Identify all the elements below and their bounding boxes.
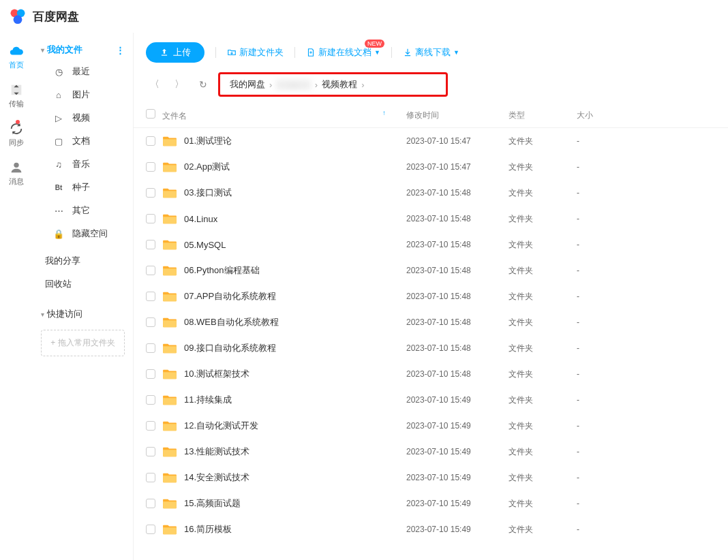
row-checkbox[interactable] [146, 162, 155, 172]
nav-forward-button[interactable]: 〉 [170, 76, 188, 93]
row-checkbox[interactable] [146, 369, 155, 379]
app-logo[interactable]: 百度网盘 [8, 7, 79, 26]
sidebar-item-videos[interactable]: ▷视频 [33, 106, 133, 129]
table-row[interactable]: 15.高频面试题2023-07-10 15:49文件夹- [134, 491, 728, 516]
sidebar-item-recent[interactable]: ◷最近 [33, 60, 133, 83]
new-online-doc-button[interactable]: 新建在线文档 ▼ NEW [306, 46, 380, 59]
nav-back-button[interactable]: 〈 [146, 76, 164, 93]
table-row[interactable]: 09.接口自动化系统教程2023-07-10 15:48文件夹- [134, 335, 728, 361]
headphones-icon: ♫ [53, 159, 64, 170]
row-checkbox[interactable] [146, 214, 155, 223]
table-row[interactable]: 12.自动化测试开发2023-07-10 15:49文件夹- [134, 413, 728, 439]
col-mtime[interactable]: 修改时间 [399, 104, 502, 128]
upload-button[interactable]: 上传 [146, 42, 204, 63]
select-all-checkbox[interactable] [146, 109, 155, 119]
row-checkbox[interactable] [146, 499, 155, 508]
row-checkbox[interactable] [146, 343, 155, 353]
file-mtime: 2023-07-10 15:48 [399, 361, 502, 387]
file-mtime: 2023-07-10 15:49 [399, 387, 502, 413]
table-row[interactable]: 01.测试理论2023-07-10 15:47文件夹- [134, 128, 728, 155]
sidebar-item-docs[interactable]: ▢文档 [33, 129, 133, 153]
more-icon[interactable]: ⋮ [116, 45, 125, 55]
row-checkbox[interactable] [146, 395, 155, 405]
table-row[interactable]: 05.MySQL2023-07-10 15:48文件夹- [134, 232, 728, 258]
new-folder-button[interactable]: 新建文件夹 [227, 46, 284, 59]
nav-refresh-button[interactable]: ↻ [195, 76, 211, 93]
folder-icon [162, 446, 177, 458]
table-row[interactable]: 04.Linux2023-07-10 15:48文件夹- [134, 206, 728, 232]
table-row[interactable]: 02.App测试2023-07-10 15:47文件夹- [134, 154, 728, 180]
nav-rail: 首页 传输 同步 消息 [0, 33, 33, 560]
file-type: 文件夹 [502, 206, 570, 232]
notification-dot [16, 120, 20, 124]
rail-transfer[interactable]: 传输 [9, 82, 24, 109]
table-row[interactable]: 11.持续集成2023-07-10 15:49文件夹- [134, 387, 728, 413]
sidebar-item-music[interactable]: ♫音乐 [33, 153, 133, 176]
image-icon: ⌂ [53, 90, 64, 100]
svg-point-2 [14, 15, 22, 24]
row-checkbox[interactable] [146, 292, 155, 301]
row-checkbox[interactable] [146, 473, 155, 482]
sidebar-quick-access[interactable]: ▾ 快捷访问 [33, 304, 133, 324]
table-row[interactable]: 03.接口测试2023-07-10 15:48文件夹- [134, 180, 728, 206]
folder-icon [162, 264, 177, 277]
col-name[interactable]: 文件名 ↑ [134, 104, 399, 128]
file-mtime: 2023-07-10 15:49 [399, 491, 502, 516]
row-checkbox[interactable] [146, 240, 155, 249]
file-name: 12.自动化测试开发 [184, 420, 258, 432]
sidebar-item-label: 文档 [72, 135, 90, 147]
folder-icon [162, 420, 177, 432]
file-type: 文件夹 [502, 335, 570, 361]
row-checkbox[interactable] [146, 421, 155, 431]
table-row[interactable]: 10.测试框架技术2023-07-10 15:48文件夹- [134, 361, 728, 387]
sidebar-item-other[interactable]: ⋯其它 [33, 199, 133, 222]
sidebar-share-label: 我的分享 [45, 255, 80, 267]
sidebar-item-label: 视频 [72, 112, 90, 124]
table-row[interactable]: 06.Python编程基础2023-07-10 15:48文件夹- [134, 258, 728, 283]
file-name: 04.Linux [184, 214, 217, 224]
file-type: 文件夹 [502, 516, 570, 542]
table-row[interactable]: 08.WEB自动化系统教程2023-07-10 15:48文件夹- [134, 309, 728, 335]
file-type: 文件夹 [502, 387, 570, 413]
rail-home-label: 首页 [9, 60, 24, 70]
table-row[interactable]: 16.简历模板2023-07-10 15:49文件夹- [134, 516, 728, 542]
doc-plus-icon [306, 48, 316, 57]
breadcrumb-current[interactable]: 视频教程 [322, 78, 357, 91]
table-row[interactable]: 14.安全测试技术2023-07-10 15:49文件夹- [134, 465, 728, 491]
col-type[interactable]: 类型 [502, 104, 570, 128]
file-name: 08.WEB自动化系统教程 [184, 316, 279, 328]
sidebar-item-label: 最近 [72, 65, 90, 78]
row-checkbox[interactable] [146, 266, 155, 275]
sidebar-item-torrents[interactable]: Bt种子 [33, 176, 133, 199]
sidebar-my-files[interactable]: ▾ 我的文件 ⋮ [33, 40, 133, 60]
breadcrumb-hidden[interactable]: ···· [276, 80, 310, 90]
sidebar-my-share[interactable]: 我的分享 [33, 249, 133, 273]
rail-home[interactable]: 首页 [9, 44, 24, 70]
row-checkbox[interactable] [146, 317, 155, 327]
offline-download-button[interactable]: 离线下载 ▼ [403, 46, 459, 59]
sidebar-item-images[interactable]: ⌂图片 [33, 83, 133, 106]
file-size: - [570, 154, 728, 180]
file-mtime: 2023-07-10 15:48 [399, 335, 502, 361]
sidebar-item-hidden[interactable]: 🔒隐藏空间 [33, 222, 133, 245]
lock-icon: 🔒 [53, 229, 64, 239]
row-checkbox[interactable] [146, 188, 155, 198]
row-checkbox[interactable] [146, 136, 155, 146]
table-row[interactable]: 07.APP自动化系统教程2023-07-10 15:48文件夹- [134, 283, 728, 309]
row-checkbox[interactable] [146, 525, 155, 534]
row-checkbox[interactable] [146, 447, 155, 456]
table-row[interactable]: 13.性能测试技术2023-07-10 15:49文件夹- [134, 439, 728, 465]
file-size: - [570, 465, 728, 491]
rail-messages[interactable]: 消息 [9, 160, 24, 187]
upload-label: 上传 [173, 46, 191, 59]
quick-access-drop-zone[interactable]: + 拖入常用文件夹 [41, 330, 125, 356]
file-type: 文件夹 [502, 258, 570, 283]
file-table: 文件名 ↑ 修改时间 类型 大小 01.测试理论2023-07-10 15:47… [134, 104, 728, 542]
sidebar-trash[interactable]: 回收站 [33, 273, 133, 296]
rail-sync[interactable]: 同步 [9, 121, 24, 148]
file-size: - [570, 206, 728, 232]
breadcrumb-root[interactable]: 我的网盘 [230, 78, 265, 91]
file-type: 文件夹 [502, 128, 570, 155]
separator [294, 47, 295, 58]
col-size[interactable]: 大小 [570, 104, 728, 128]
